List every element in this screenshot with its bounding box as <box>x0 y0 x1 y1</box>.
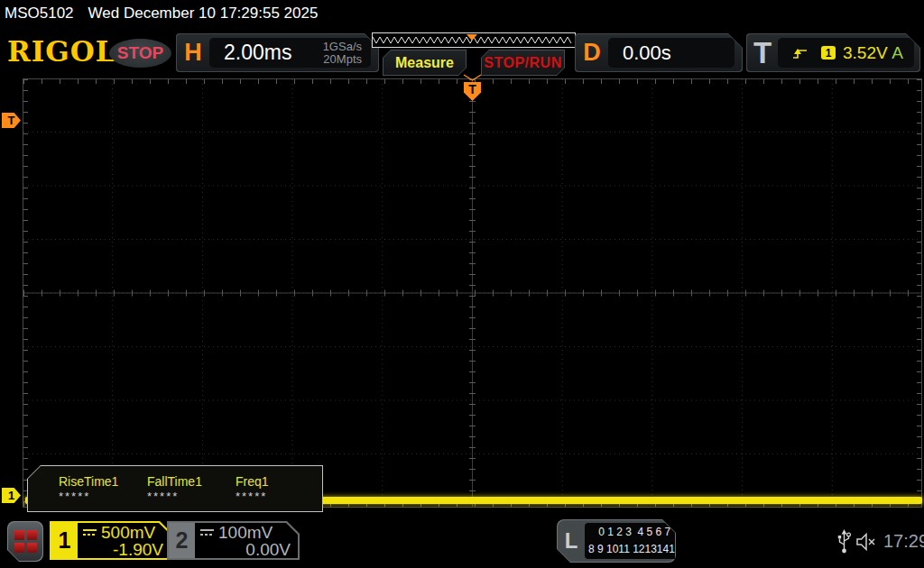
stop-run-button[interactable]: STOP/RUN <box>481 50 565 76</box>
status-bar: MSO5102Wed December 10 17:29:55 2025 <box>5 5 318 23</box>
trigger-position-chevron-icon[interactable] <box>463 74 482 81</box>
graticule[interactable] <box>23 78 922 508</box>
timebase-value: 2.00ms <box>224 41 291 65</box>
logic-channels-badge[interactable]: L 0 1 2 3 4 5 6 7 8 9 1011 12131415 <box>557 519 676 563</box>
horizontal-label: H <box>177 39 209 67</box>
measurement-item: RiseTime1 ***** <box>59 473 147 504</box>
logic-label: L <box>558 528 585 554</box>
trigger-label: T <box>747 36 778 70</box>
model-name: MSO5102 <box>5 5 74 22</box>
run-state-badge[interactable]: STOP <box>109 39 171 68</box>
dc-coupling-icon <box>199 527 215 537</box>
delay-block[interactable]: D 0.00s <box>575 33 743 72</box>
memory-depth: 20Mpts <box>323 53 362 66</box>
measure-button[interactable]: Measure <box>383 50 467 76</box>
dc-coupling-icon <box>82 527 97 537</box>
acquisition-info: 1GSa/s 20Mpts <box>323 41 362 66</box>
rising-edge-icon <box>792 46 808 60</box>
channel1-ground-marker[interactable]: 1 <box>2 488 21 503</box>
measurement-item: Freq1 ***** <box>236 473 269 504</box>
horizontal-block[interactable]: H 2.00ms 1GSa/s 20Mpts <box>176 33 379 72</box>
measurement-item: FallTime1 ***** <box>147 473 236 504</box>
trigger-source-badge: 1 <box>821 46 836 60</box>
channel1-offset: -1.90V <box>82 541 163 558</box>
channel1-number: 1 <box>51 523 78 558</box>
menu-grid-icon <box>14 530 37 553</box>
rigol-logo: RIGOL <box>7 35 116 68</box>
channel1-scale: 500mV <box>101 524 155 541</box>
menu-grid-button[interactable] <box>7 521 43 562</box>
channel1-badge[interactable]: 1 500mV -1.90V <box>50 521 172 560</box>
measurement-panel[interactable]: RiseTime1 ***** FallTime1 ***** Freq1 **… <box>27 465 323 512</box>
logic-channel-list: 0 1 2 3 4 5 6 7 8 9 1011 12131415 <box>585 523 685 559</box>
trigger-level-value: 3.52V <box>843 43 888 63</box>
oscilloscope-screen: MSO5102Wed December 10 17:29:55 2025 RIG… <box>0 0 924 568</box>
usb-icon <box>837 529 851 554</box>
clock[interactable]: 17:29 <box>883 531 924 552</box>
channel2-badge[interactable]: 2 100mV 0.00V <box>167 521 300 560</box>
sample-rate: 1GSa/s <box>323 41 362 53</box>
channel2-offset: 0.00V <box>199 541 291 558</box>
trigger-mode: A <box>892 43 903 63</box>
channel2-number: 2 <box>169 523 195 558</box>
delay-value: 0.00s <box>623 41 671 65</box>
channel2-scale: 100mV <box>218 524 273 541</box>
speaker-muted-icon[interactable] <box>855 532 879 552</box>
trigger-block[interactable]: T 1 3.52V A <box>746 33 920 72</box>
overview-position-icon[interactable] <box>467 34 477 41</box>
delay-label: D <box>576 39 608 67</box>
datetime: Wed December 10 17:29:55 2025 <box>88 5 319 22</box>
trigger-level-marker[interactable]: T <box>2 113 21 128</box>
